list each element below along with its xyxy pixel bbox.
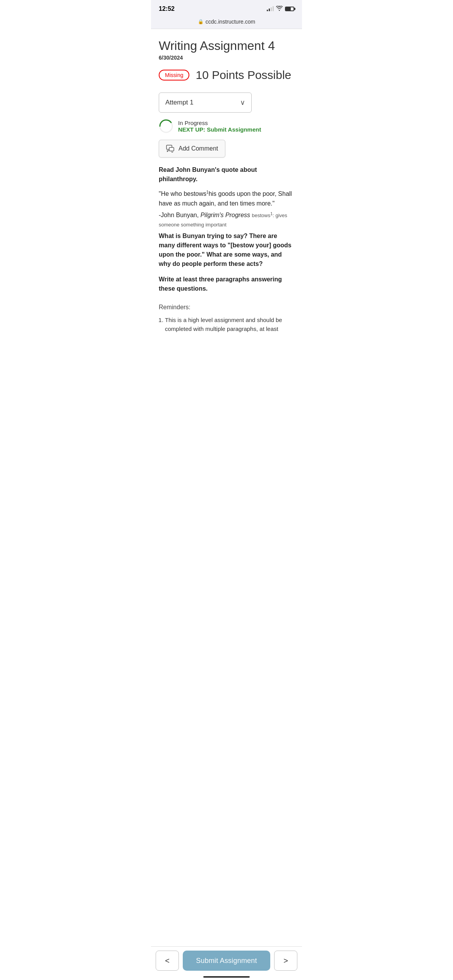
points-row: Missing 10 Points Possible [159, 69, 294, 82]
quote-text: "He who bestows1his goods upon the poor,… [159, 189, 294, 208]
quote-attribution: -John Bunyan, Pilgrim's Progress bestows… [159, 211, 294, 229]
quote-open: "He who bestows [159, 191, 206, 197]
browser-bar: 🔒 ccdc.instructure.com [151, 15, 302, 29]
question-text: What is Bunyan trying to say? There are … [159, 231, 294, 269]
points-text: 10 Points Possible [196, 69, 291, 82]
status-icons [267, 6, 294, 12]
book-title: Pilgrim's Progress [201, 212, 250, 218]
quote-section: Read John Bunyan's quote about philanthr… [159, 165, 294, 333]
browser-url: ccdc.instructure.com [206, 19, 255, 25]
add-comment-button[interactable]: Add Comment [159, 140, 225, 158]
missing-badge: Missing [159, 70, 189, 81]
assignment-date: 6/30/2024 [159, 55, 294, 61]
attempt-label: Attempt 1 [165, 99, 194, 106]
attempt-dropdown[interactable]: Attempt 1 ∨ [159, 93, 252, 113]
assignment-title: Writing Assignment 4 [159, 38, 294, 53]
comment-icon [166, 145, 175, 152]
add-comment-label: Add Comment [178, 145, 218, 152]
main-content: Writing Assignment 4 6/30/2024 Missing 1… [151, 29, 302, 380]
wifi-icon [276, 6, 283, 12]
lock-icon: 🔒 [198, 19, 204, 24]
svg-rect-3 [169, 147, 174, 151]
progress-row: In Progress NEXT UP: Submit Assignment [159, 119, 294, 134]
status-time: 12:52 [159, 5, 175, 12]
reminder-item-1: This is a high level assignment and shou… [165, 316, 294, 333]
write-instruction: Write at least three paragraphs answerin… [159, 275, 294, 293]
chevron-down-icon: ∨ [240, 98, 245, 107]
signal-icon [267, 7, 274, 11]
next-up-label: NEXT UP: Submit Assignment [178, 126, 261, 133]
in-progress-label: In Progress [178, 120, 261, 126]
reminders-label: Reminders: [159, 303, 294, 312]
status-bar: 12:52 [151, 0, 302, 15]
progress-circle-icon [159, 119, 173, 134]
quote-heading: Read John Bunyan's quote about philanthr… [159, 165, 294, 184]
battery-icon [285, 7, 294, 11]
